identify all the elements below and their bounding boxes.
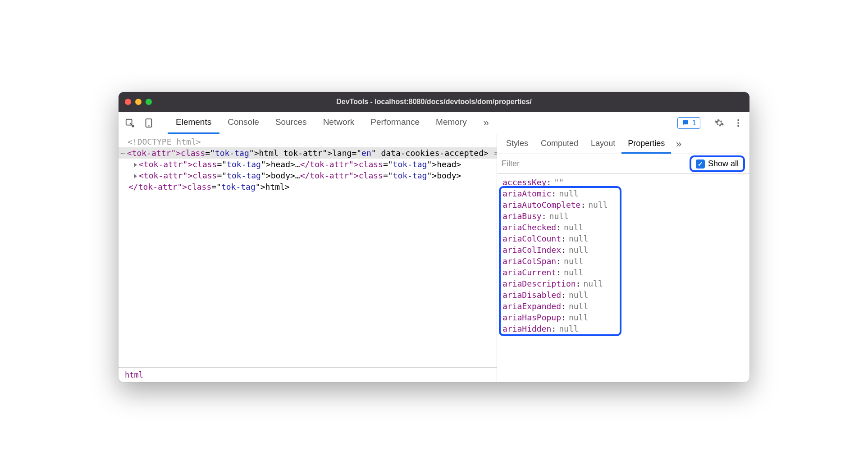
tab-memory[interactable]: Memory bbox=[428, 112, 475, 134]
divider bbox=[162, 117, 162, 129]
content-area: <!DOCTYPE html>⋯<tok-attr">class="tok-ta… bbox=[119, 134, 749, 382]
property-row[interactable]: ariaHasPopup:null bbox=[503, 312, 744, 323]
sidebar-tab-styles[interactable]: Styles bbox=[500, 134, 535, 154]
sidebar-tabs: StylesComputedLayoutProperties» bbox=[497, 134, 749, 154]
svg-point-5 bbox=[737, 125, 739, 127]
property-row[interactable]: ariaHidden:null bbox=[503, 323, 744, 334]
dom-doctype[interactable]: <!DOCTYPE html> bbox=[119, 136, 497, 147]
more-tabs-icon[interactable]: » bbox=[479, 115, 494, 131]
property-row[interactable]: ariaExpanded:null bbox=[503, 301, 744, 312]
filter-row: ✓ Show all bbox=[497, 154, 749, 174]
svg-point-4 bbox=[737, 122, 739, 124]
sidebar-tab-properties[interactable]: Properties bbox=[621, 134, 671, 154]
property-row[interactable]: ariaAutoComplete:null bbox=[503, 199, 744, 210]
breadcrumb[interactable]: html bbox=[119, 367, 497, 382]
tab-sources[interactable]: Sources bbox=[267, 112, 315, 134]
property-row[interactable]: ariaChecked:null bbox=[503, 222, 744, 233]
sidebar-tab-computed[interactable]: Computed bbox=[535, 134, 585, 154]
dom-tree[interactable]: <!DOCTYPE html>⋯<tok-attr">class="tok-ta… bbox=[119, 134, 497, 367]
dom-node[interactable]: <tok-attr">class="tok-tag">body>…</tok-a… bbox=[119, 170, 497, 181]
more-sidebar-tabs-icon[interactable]: » bbox=[671, 137, 686, 152]
kebab-menu-icon[interactable] bbox=[731, 115, 746, 131]
property-row[interactable]: ariaBusy:null bbox=[503, 210, 744, 222]
show-all-toggle[interactable]: ✓ Show all bbox=[690, 155, 745, 172]
dom-node[interactable]: </tok-attr">class="tok-tag">html> bbox=[119, 181, 497, 192]
devtools-window: DevTools - localhost:8080/docs/devtools/… bbox=[119, 92, 749, 382]
property-row[interactable]: ariaAtomic:null bbox=[503, 188, 744, 199]
sidebar-pane: StylesComputedLayoutProperties» ✓ Show a… bbox=[497, 134, 749, 382]
window-title: DevTools - localhost:8080/docs/devtools/… bbox=[336, 98, 532, 106]
expand-triangle-icon[interactable] bbox=[134, 163, 137, 167]
device-toolbar-icon[interactable] bbox=[141, 115, 156, 131]
titlebar: DevTools - localhost:8080/docs/devtools/… bbox=[119, 92, 749, 112]
issues-badge[interactable]: 1 bbox=[677, 117, 700, 129]
divider bbox=[706, 117, 706, 129]
issues-count: 1 bbox=[692, 118, 696, 128]
properties-list[interactable]: accessKey:""ariaAtomic:nullariaAutoCompl… bbox=[497, 174, 749, 382]
inspect-element-icon[interactable] bbox=[122, 115, 137, 131]
main-toolbar: ElementsConsoleSourcesNetworkPerformance… bbox=[119, 112, 749, 134]
property-row[interactable]: accessKey:"" bbox=[503, 177, 744, 188]
settings-gear-icon[interactable] bbox=[712, 115, 727, 131]
tab-elements[interactable]: Elements bbox=[168, 112, 219, 134]
filter-input[interactable] bbox=[502, 159, 685, 169]
property-row[interactable]: ariaColIndex:null bbox=[503, 244, 744, 255]
minimize-window-icon[interactable] bbox=[135, 99, 142, 105]
dom-node[interactable]: <tok-attr">class="tok-tag">head>…</tok-a… bbox=[119, 159, 497, 170]
show-all-label: Show all bbox=[708, 159, 739, 169]
maximize-window-icon[interactable] bbox=[146, 99, 152, 105]
dom-node[interactable]: ⋯<tok-attr">class="tok-tag">html tok-att… bbox=[119, 147, 497, 159]
elements-pane: <!DOCTYPE html>⋯<tok-attr">class="tok-ta… bbox=[119, 134, 497, 382]
traffic-lights bbox=[125, 99, 152, 105]
close-window-icon[interactable] bbox=[125, 99, 131, 105]
expand-triangle-icon[interactable] bbox=[134, 174, 137, 178]
property-row[interactable]: ariaCurrent:null bbox=[503, 267, 744, 278]
svg-point-3 bbox=[737, 119, 739, 121]
property-row[interactable]: ariaColSpan:null bbox=[503, 255, 744, 267]
main-tabs: ElementsConsoleSourcesNetworkPerformance… bbox=[168, 112, 475, 134]
property-row[interactable]: ariaDisabled:null bbox=[503, 289, 744, 301]
tab-network[interactable]: Network bbox=[315, 112, 363, 134]
checkbox-checked-icon: ✓ bbox=[696, 160, 705, 169]
sidebar-tab-layout[interactable]: Layout bbox=[585, 134, 621, 154]
tab-console[interactable]: Console bbox=[219, 112, 267, 134]
property-row[interactable]: ariaColCount:null bbox=[503, 233, 744, 244]
tab-performance[interactable]: Performance bbox=[362, 112, 428, 134]
property-row[interactable]: ariaDescription:null bbox=[503, 278, 744, 289]
